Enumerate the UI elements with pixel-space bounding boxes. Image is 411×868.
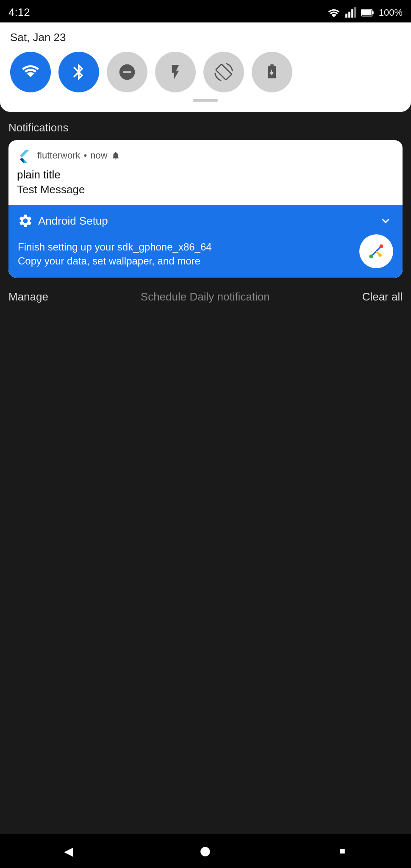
tile-autorotate[interactable] xyxy=(203,52,244,92)
svg-marker-7 xyxy=(20,150,30,158)
notifications-section: Notifications flutterwork • now xyxy=(0,112,411,283)
tile-battery-saver[interactable] xyxy=(252,52,292,92)
signal-icon xyxy=(345,7,357,19)
tile-bluetooth[interactable] xyxy=(58,52,99,92)
setup-title-row: Android Setup xyxy=(18,213,108,228)
quick-settings-panel: Sat, Jan 23 xyxy=(0,22,411,112)
qs-tiles xyxy=(10,52,401,92)
chevron-down-icon[interactable] xyxy=(378,213,393,228)
manage-button[interactable]: Manage xyxy=(8,290,48,303)
clear-all-button[interactable]: Clear all xyxy=(362,290,403,303)
wifi-icon xyxy=(327,7,341,19)
bell-icon xyxy=(111,151,120,160)
tile-wifi[interactable] xyxy=(10,52,51,92)
status-bar: 4:12 100% xyxy=(0,0,411,22)
svg-rect-2 xyxy=(351,9,353,17)
notifications-title: Notifications xyxy=(8,121,403,134)
qs-header: Sat, Jan 23 xyxy=(10,31,401,44)
dot-separator: • xyxy=(83,150,87,161)
qs-drag-handle[interactable] xyxy=(193,99,218,102)
setup-title: Android Setup xyxy=(38,214,108,228)
setup-line1: Finish setting up your sdk_gphone_x86_64 xyxy=(18,240,353,254)
svg-rect-5 xyxy=(372,11,373,14)
notification-inner: flutterwork • now plain title Test Messa… xyxy=(8,140,403,205)
svg-point-14 xyxy=(378,253,382,257)
battery-percent: 100% xyxy=(379,7,403,18)
tile-dnd[interactable] xyxy=(107,52,147,92)
tile-flashlight[interactable] xyxy=(155,52,196,92)
notification-title: plain title xyxy=(17,168,394,181)
svg-rect-6 xyxy=(362,10,372,15)
svg-point-12 xyxy=(380,245,383,248)
home-button[interactable]: ⬤ xyxy=(193,838,218,864)
recents-button[interactable]: ■ xyxy=(330,838,355,864)
setup-body: Finish setting up your sdk_gphone_x86_64… xyxy=(18,234,393,268)
qs-date: Sat, Jan 23 xyxy=(10,31,66,44)
svg-marker-9 xyxy=(24,159,28,163)
setup-app-icon xyxy=(359,234,393,268)
status-right-icons: 100% xyxy=(327,7,403,19)
setup-text: Finish setting up your sdk_gphone_x86_64… xyxy=(18,240,353,268)
navigation-bar: ◀ ⬤ ■ xyxy=(0,834,411,868)
app-name-time: flutterwork • now xyxy=(37,150,120,161)
svg-rect-3 xyxy=(354,7,356,17)
svg-rect-1 xyxy=(348,11,350,17)
app-name: flutterwork xyxy=(37,150,80,161)
battery-icon xyxy=(361,7,375,19)
notification-app-row: flutterwork • now xyxy=(17,148,394,163)
svg-rect-0 xyxy=(345,14,347,17)
status-time: 4:12 xyxy=(8,6,30,19)
gear-icon xyxy=(18,213,33,228)
action-bar: Manage Schedule Daily notification Clear… xyxy=(0,283,411,311)
setup-header: Android Setup xyxy=(18,213,393,228)
android-setup-card[interactable]: Android Setup Finish setting up your sdk… xyxy=(8,205,403,278)
schedule-notification-button[interactable]: Schedule Daily notification xyxy=(141,290,270,303)
setup-line2: Copy your data, set wallpaper, and more xyxy=(18,254,353,268)
notification-body: Test Message xyxy=(17,183,394,196)
notification-card-flutterwork[interactable]: flutterwork • now plain title Test Messa… xyxy=(8,140,403,278)
back-button[interactable]: ◀ xyxy=(56,838,81,864)
flutter-app-icon xyxy=(17,148,32,163)
notification-time: now xyxy=(90,150,107,161)
svg-point-11 xyxy=(369,255,373,259)
